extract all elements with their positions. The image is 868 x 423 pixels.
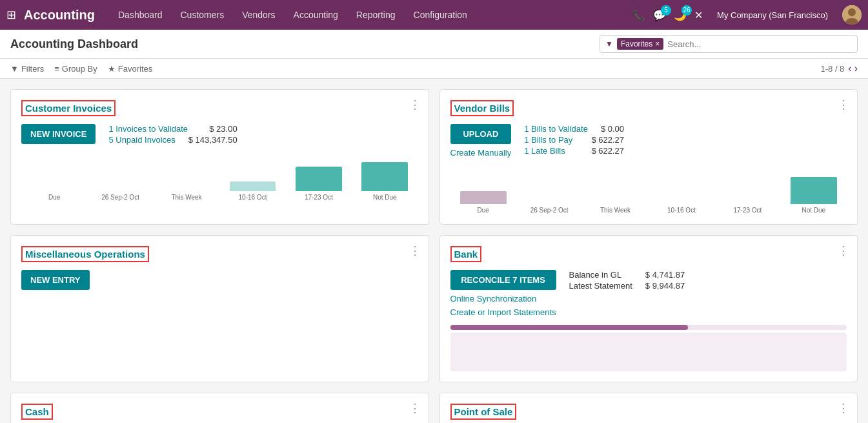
- bank-scroll-thumb: [450, 325, 689, 330]
- prev-page-arrow[interactable]: ‹: [848, 63, 851, 74]
- pos-card: Point of Sale ⋮ NEW ENTRY: [439, 393, 858, 423]
- misc-operations-menu[interactable]: ⋮: [409, 243, 421, 258]
- page-title: Accounting Dashboard: [10, 37, 593, 51]
- vendor-bills-title: Vendor Bills: [450, 100, 514, 116]
- vb-label-oct1: 10-16 Oct: [649, 207, 714, 214]
- customer-invoices-menu[interactable]: ⋮: [409, 98, 421, 112]
- latest-statement-value: $ 9,944.87: [645, 281, 685, 291]
- nav-dashboard[interactable]: Dashboard: [110, 0, 170, 30]
- search-bar: ▼ Favorites ×: [600, 35, 858, 53]
- vendor-bills-menu[interactable]: ⋮: [838, 98, 849, 112]
- chart-label-due: Due: [21, 194, 87, 201]
- pos-title: Point of Sale: [450, 404, 517, 420]
- bank-menu[interactable]: ⋮: [838, 243, 849, 258]
- favorites-remove-icon[interactable]: ×: [655, 39, 660, 48]
- app-name: Accounting: [24, 8, 95, 23]
- filter-icon: ▼: [10, 64, 19, 74]
- cash-title: Cash: [21, 404, 53, 420]
- misc-operations-title: Miscellaneous Operations: [21, 246, 149, 262]
- nav-reporting[interactable]: Reporting: [348, 0, 403, 30]
- pos-menu[interactable]: ⋮: [838, 401, 849, 415]
- app-grid-icon[interactable]: ⊞: [6, 8, 16, 22]
- latest-statement-label: Latest Statement: [569, 281, 632, 291]
- stat-row-1: 1 Invoices to Validate $ 23.00: [108, 124, 237, 134]
- top-navigation: ⊞ Accounting Dashboard Customers Vendors…: [0, 0, 868, 30]
- customer-invoices-actions: NEW INVOICE 1 Invoices to Validate $ 23.…: [21, 124, 418, 145]
- chart-label-notdue: Not Due: [352, 194, 418, 201]
- chart-label-sep: 26 Sep-2 Oct: [87, 194, 153, 201]
- bills-to-pay-value: $ 622.27: [591, 135, 624, 145]
- create-manually-link[interactable]: Create Manually: [450, 148, 512, 158]
- new-invoice-button[interactable]: NEW INVOICE: [21, 124, 96, 144]
- bank-card: Bank ⋮ RECONCILE 7 ITEMS Online Synchron…: [439, 235, 858, 382]
- vendor-bills-card: Vendor Bills ⋮ UPLOAD Create Manually 1 …: [439, 89, 858, 225]
- nav-icons: 📞 💬 5 🌙 26 ✕ My Company (San Francisco): [632, 5, 862, 25]
- pagination-info: 1-8 / 8: [820, 64, 844, 74]
- search-input[interactable]: [667, 39, 852, 49]
- late-bills-link[interactable]: 1 Late Bills: [524, 146, 565, 156]
- vendor-bills-chart: Due 26 Sep-2 Oct This Week 10-16 Oct 17-…: [450, 165, 847, 214]
- filters-button[interactable]: ▼ Filters: [10, 64, 44, 74]
- sub-header: Accounting Dashboard ▼ Favorites ×: [0, 30, 868, 59]
- bank-scroll-bar[interactable]: [450, 325, 847, 330]
- filters-label: Filters: [21, 64, 44, 74]
- vendor-bills-actions: UPLOAD Create Manually 1 Bills to Valida…: [450, 124, 847, 158]
- customer-invoices-chart: Due 26 Sep-2 Oct This Week 10-16 Oct 17-…: [21, 152, 418, 201]
- chat-badge: 5: [661, 5, 671, 15]
- filter-bar: ▼ Filters ≡ Group By ★ Favorites 1-8 / 8…: [0, 59, 868, 79]
- misc-operations-actions: NEW ENTRY: [21, 270, 418, 290]
- chart-label-oct2: 17-23 Oct: [286, 194, 352, 201]
- dashboard-grid: Customer Invoices ⋮ NEW INVOICE 1 Invoic…: [0, 79, 868, 423]
- avatar[interactable]: [842, 5, 862, 25]
- invoices-to-validate-link[interactable]: 1 Invoices to Validate: [108, 124, 188, 134]
- create-import-link[interactable]: Create or Import Statements: [450, 307, 556, 317]
- group-by-icon: ≡: [54, 64, 59, 74]
- chart-label-oct1: 10-16 Oct: [219, 194, 285, 201]
- favorites-nav-button[interactable]: ★ Favorites: [108, 64, 152, 74]
- bank-actions: RECONCILE 7 ITEMS Online Synchronization…: [450, 270, 847, 317]
- nav-accounting[interactable]: Accounting: [286, 0, 346, 30]
- nav-configuration[interactable]: Configuration: [406, 0, 475, 30]
- moon-icon[interactable]: 🌙 26: [674, 9, 687, 21]
- new-entry-button[interactable]: NEW ENTRY: [21, 270, 90, 290]
- pagination-arrows: ‹ ›: [848, 63, 858, 74]
- company-name: My Company (San Francisco): [717, 10, 828, 20]
- bills-to-validate-link[interactable]: 1 Bills to Validate: [524, 124, 588, 134]
- nav-vendors[interactable]: Vendors: [234, 0, 283, 30]
- favorites-label: Favorites: [621, 39, 652, 48]
- chart-label-week: This Week: [154, 194, 219, 201]
- invoices-to-validate-value: $ 23.00: [209, 124, 237, 134]
- balance-gl-value: $ 4,741.87: [645, 270, 685, 280]
- favorites-tag[interactable]: Favorites ×: [617, 38, 663, 50]
- cash-menu[interactable]: ⋮: [409, 401, 421, 415]
- pagination: 1-8 / 8 ‹ ›: [820, 63, 858, 74]
- svg-point-1: [848, 8, 856, 16]
- group-by-button[interactable]: ≡ Group By: [54, 64, 97, 74]
- vb-label-notdue: Not Due: [781, 207, 847, 214]
- vb-label-due: Due: [450, 207, 516, 214]
- cash-card: Cash ⋮ NEW TRANSACTION: [10, 393, 429, 423]
- nav-customers[interactable]: Customers: [173, 0, 232, 30]
- group-by-label: Group By: [62, 64, 97, 74]
- filter-icon: ▼: [605, 39, 613, 48]
- upload-button[interactable]: UPLOAD: [450, 124, 512, 144]
- close-icon[interactable]: ✕: [694, 9, 703, 21]
- vb-label-week: This Week: [582, 207, 648, 214]
- online-sync-link[interactable]: Online Synchronization: [450, 294, 556, 304]
- reconcile-items-button[interactable]: RECONCILE 7 ITEMS: [450, 270, 556, 290]
- bills-to-validate-value: $ 0.00: [601, 124, 624, 134]
- unpaid-invoices-value: $ 143,347.50: [188, 135, 237, 145]
- next-page-arrow[interactable]: ›: [854, 63, 858, 74]
- favorites-nav-label: Favorites: [118, 64, 152, 74]
- balance-gl-label: Balance in GL: [569, 270, 622, 280]
- vb-label-oct2: 17-23 Oct: [714, 207, 780, 214]
- bank-stats: Balance in GL $ 4,741.87 Latest Statemen…: [569, 270, 685, 291]
- unpaid-invoices-link[interactable]: 5 Unpaid Invoices: [108, 135, 175, 145]
- bills-to-pay-link[interactable]: 1 Bills to Pay: [524, 135, 572, 145]
- vb-label-sep: 26 Sep-2 Oct: [516, 207, 582, 214]
- customer-invoices-card: Customer Invoices ⋮ NEW INVOICE 1 Invoic…: [10, 89, 429, 225]
- moon-badge: 26: [681, 5, 692, 15]
- chat-icon[interactable]: 💬 5: [653, 9, 666, 21]
- vendor-bills-stats: 1 Bills to Validate $ 0.00 1 Bills to Pa…: [524, 124, 624, 156]
- phone-icon[interactable]: 📞: [632, 9, 645, 21]
